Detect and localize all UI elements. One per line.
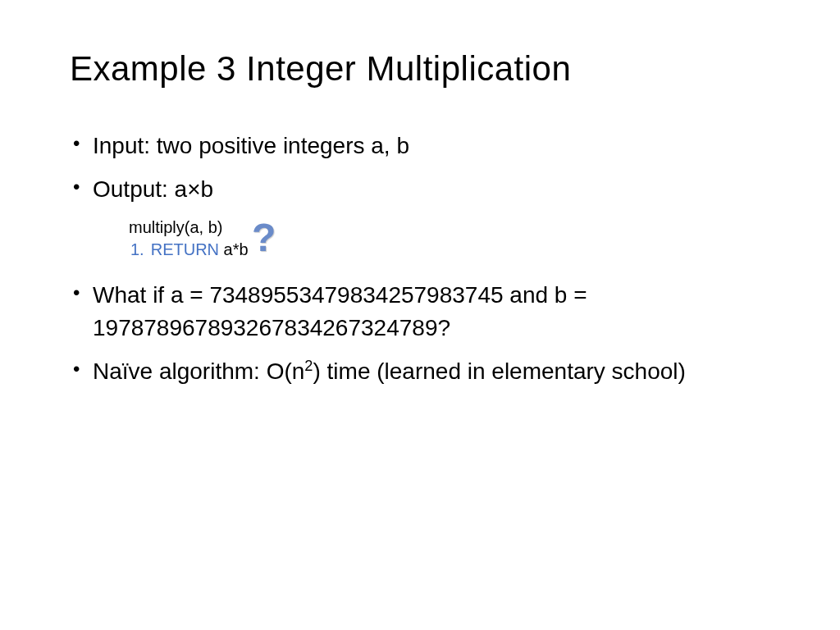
question-mark-icon: ?: [252, 212, 276, 265]
bullet-whatif: What if a = 73489553479834257983745 and …: [70, 279, 770, 343]
bullet-output: Output: a×b: [70, 173, 770, 205]
code-line-number: 1.: [130, 240, 144, 258]
code-return-keyword: RETURN: [151, 240, 219, 258]
bullet-list: Input: two positive integers a, b Output…: [70, 130, 770, 205]
code-return-line: 1.RETURN a*b: [129, 239, 770, 261]
bullet-naive: Naïve algorithm: O(n2) time (learned in …: [70, 355, 770, 387]
naive-exponent: 2: [304, 357, 313, 373]
bullet-list-2: What if a = 73489553479834257983745 and …: [70, 279, 770, 387]
slide: Example 3 Integer Multiplication Input: …: [0, 0, 840, 630]
naive-post: ) time (learned in elementary school): [313, 358, 685, 384]
bullet-input: Input: two positive integers a, b: [70, 130, 770, 162]
slide-title: Example 3 Integer Multiplication: [70, 49, 770, 89]
code-signature: multiply(a, b): [129, 217, 770, 239]
naive-pre: Naïve algorithm: O(n: [93, 358, 304, 384]
code-block: multiply(a, b) 1.RETURN a*b ?: [129, 217, 770, 261]
code-expression: a*b: [219, 240, 249, 258]
